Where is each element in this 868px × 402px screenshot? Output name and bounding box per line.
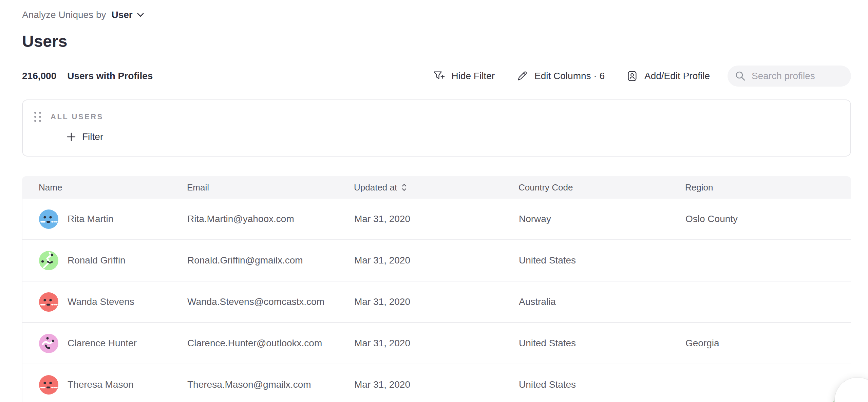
users-page: Analyze Uniques by User Users 216,000 Us… xyxy=(0,0,868,402)
table-row[interactable]: Ronald Griffin Ronald.Griffin@gmailx.com… xyxy=(22,240,851,281)
avatar xyxy=(39,251,58,270)
user-name: Theresa Mason xyxy=(68,379,134,390)
table-row[interactable]: Wanda Stevens Wanda.Stevens@comcastx.com… xyxy=(22,281,851,323)
table-body: Rita Martin Rita.Martin@yahoox.com Mar 3… xyxy=(22,199,851,402)
add-filter-button[interactable]: Filter xyxy=(67,131,103,142)
drag-handle-icon[interactable] xyxy=(33,110,42,123)
plus-icon xyxy=(67,132,76,141)
email-cell: Ronald.Griffin@gmailx.com xyxy=(187,255,354,266)
hide-filter-button[interactable]: Hide Filter xyxy=(433,70,495,83)
region-cell: Georgia xyxy=(685,338,851,349)
name-cell: Wanda Stevens xyxy=(22,292,187,312)
country-code-cell: United States xyxy=(519,255,685,266)
add-edit-profile-label: Add/Edit Profile xyxy=(644,71,710,81)
user-name: Clarence Hunter xyxy=(68,338,137,349)
analyze-uniques-label: Analyze Uniques by xyxy=(22,10,106,20)
updated-at-cell: Mar 31, 2020 xyxy=(354,338,519,349)
funnel-plus-icon xyxy=(433,70,446,83)
updated-at-cell: Mar 31, 2020 xyxy=(354,379,519,390)
country-code-cell: Norway xyxy=(519,214,685,224)
avatar xyxy=(39,375,58,395)
updated-at-cell: Mar 31, 2020 xyxy=(354,296,519,307)
chevron-down-icon xyxy=(137,13,144,17)
search-icon xyxy=(735,71,746,81)
country-code-cell: Australia xyxy=(519,296,685,307)
name-cell: Ronald Griffin xyxy=(22,251,187,270)
column-header-country-code[interactable]: Country Code xyxy=(518,182,685,193)
country-code-cell: United States xyxy=(519,338,685,349)
search-profiles-input[interactable] xyxy=(751,70,844,82)
name-cell: Clarence Hunter xyxy=(22,334,187,353)
avatar xyxy=(39,334,58,353)
edit-columns-label: Edit Columns · 6 xyxy=(534,71,605,81)
search-profiles-box[interactable] xyxy=(728,66,851,87)
updated-at-cell: Mar 31, 2020 xyxy=(354,255,519,266)
column-header-email[interactable]: Email xyxy=(187,182,354,193)
count-toolbar-row: 216,000 Users with Profiles Hide Filter … xyxy=(22,66,851,87)
email-cell: Theresa.Mason@gmailx.com xyxy=(187,379,354,390)
sort-icon xyxy=(401,183,407,191)
analyze-uniques-dropdown[interactable]: User xyxy=(111,10,144,20)
email-cell: Rita.Martin@yahoox.com xyxy=(187,214,354,224)
user-name: Wanda Stevens xyxy=(68,296,134,307)
profiles-count: 216,000 Users with Profiles xyxy=(22,71,153,81)
column-header-region[interactable]: Region xyxy=(685,182,851,193)
edit-columns-button[interactable]: Edit Columns · 6 xyxy=(516,70,605,83)
table-row[interactable]: Rita Martin Rita.Martin@yahoox.com Mar 3… xyxy=(22,199,851,240)
email-cell: Clarence.Hunter@outlookx.com xyxy=(187,338,354,349)
add-edit-profile-button[interactable]: Add/Edit Profile xyxy=(626,70,710,83)
profiles-count-label: Users with Profiles xyxy=(67,71,153,81)
table-row[interactable]: Clarence Hunter Clarence.Hunter@outlookx… xyxy=(22,323,851,364)
profile-card-icon xyxy=(626,70,639,83)
column-header-name[interactable]: Name xyxy=(22,182,187,193)
country-code-cell: United States xyxy=(519,379,685,390)
table-row[interactable]: Theresa Mason Theresa.Mason@gmailx.com M… xyxy=(22,364,851,402)
profiles-count-number: 216,000 xyxy=(22,71,56,81)
analyze-uniques-row: Analyze Uniques by User xyxy=(22,10,851,20)
pencil-icon xyxy=(516,70,529,83)
toolbar: Hide Filter Edit Columns · 6 Add/Edit Pr… xyxy=(412,66,851,87)
page-title: Users xyxy=(22,32,851,51)
users-table: Name Email Updated at Country Code Regio… xyxy=(22,176,851,402)
analyze-uniques-value: User xyxy=(111,10,132,20)
updated-at-cell: Mar 31, 2020 xyxy=(354,214,519,224)
filter-panel: ALL USERS Filter xyxy=(22,99,851,157)
column-header-updated-at[interactable]: Updated at xyxy=(354,182,518,193)
user-name: Ronald Griffin xyxy=(68,255,126,266)
hide-filter-label: Hide Filter xyxy=(451,71,495,81)
email-cell: Wanda.Stevens@comcastx.com xyxy=(187,296,354,307)
avatar xyxy=(39,209,58,229)
name-cell: Rita Martin xyxy=(22,209,187,229)
filter-group-label: ALL USERS xyxy=(51,112,103,121)
region-cell: Oslo County xyxy=(685,214,851,224)
user-name: Rita Martin xyxy=(68,214,113,224)
add-filter-label: Filter xyxy=(82,131,103,142)
avatar xyxy=(39,292,58,312)
table-header-row: Name Email Updated at Country Code Regio… xyxy=(22,176,851,199)
name-cell: Theresa Mason xyxy=(22,375,187,395)
